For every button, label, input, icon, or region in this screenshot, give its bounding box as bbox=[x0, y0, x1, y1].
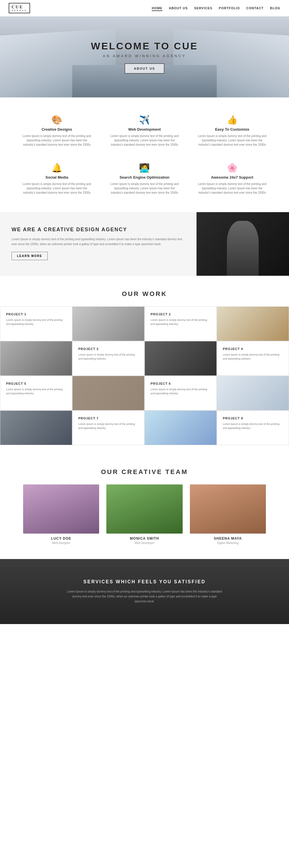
easy-customize-icon: 👍 bbox=[196, 115, 269, 125]
feature-title-social-media: Social Media bbox=[20, 175, 93, 180]
project-8-text: PROJECT 8 Lorem Ipsum is simply dummy te… bbox=[217, 410, 289, 445]
feature-title-creative-designs: Creative Designs bbox=[20, 127, 93, 131]
project-2-text: PROJECT 2 Lorem Ipsum is simply dummy te… bbox=[144, 306, 217, 341]
project-5-text: PROJECT 5 Lorem Ipsum is simply dummy te… bbox=[0, 376, 72, 410]
feature-item-social-media: 🔔 Social Media Lorem Ipsum is simply dum… bbox=[17, 160, 96, 198]
nav-services[interactable]: SERVICES bbox=[194, 6, 213, 10]
member-role-sheena: Digital Marketing bbox=[190, 541, 266, 545]
project-6-desc: Lorem Ipsum is simply dummy text of the … bbox=[151, 388, 211, 395]
feature-item-web-development: ✈️ Web Development Lorem Ipsum is simply… bbox=[105, 112, 184, 150]
project-img-laptop2 bbox=[0, 341, 72, 376]
social-media-icon: 🔔 bbox=[20, 163, 93, 173]
feature-desc-seo: Lorem Ipsum is simply dummy text of the … bbox=[108, 182, 181, 195]
team-member-sheena: SHEENA MAYA Digital Marketing bbox=[190, 485, 266, 545]
project-img-notebook bbox=[217, 306, 289, 341]
creative-heading: WE ARE A CREATIVE DESIGN AGENCY bbox=[11, 227, 185, 233]
team-photo-sheena bbox=[190, 485, 266, 534]
feature-title-web-development: Web Development bbox=[108, 127, 181, 131]
feature-desc-creative-designs: Lorem Ipsum is simply dummy text of the … bbox=[20, 134, 93, 147]
member-role-monica: Web Developer bbox=[106, 541, 182, 545]
feature-item-support: 🌸 Awesome 24x7 Support Lorem Ipsum is si… bbox=[193, 160, 272, 198]
nav-home[interactable]: HOME bbox=[152, 6, 162, 11]
footer-services-title: SERVICES WHICH FEELS YOU SATISFIED bbox=[17, 579, 272, 584]
nav-about[interactable]: ABOUT US bbox=[169, 6, 188, 10]
nav-blog[interactable]: BLOG bbox=[270, 6, 280, 10]
project-3-title: PROJECT 3 bbox=[78, 347, 138, 351]
creative-designs-icon: 🎨 bbox=[20, 115, 93, 125]
hero-content: WELCOME TO CUE AN AWARD WINNING AGENCY A… bbox=[91, 40, 198, 74]
support-icon: 🌸 bbox=[196, 163, 269, 173]
project-1-text: PROJECT 1 Lorem Ipsum is simply dummy te… bbox=[0, 306, 72, 341]
team-member-lucy: LUCY DOE Web Designer bbox=[23, 485, 99, 545]
project-8-title: PROJECT 8 bbox=[223, 416, 283, 420]
our-work-section: OUR WORK PROJECT 1 Lorem Ipsum is simply… bbox=[0, 276, 289, 454]
feature-desc-easy-customize: Lorem Ipsum is simply dummy text of the … bbox=[196, 134, 269, 147]
navigation: CUE AGENCY HOME ABOUT US SERVICES PORTFO… bbox=[0, 0, 289, 17]
logo-text: CUE bbox=[11, 5, 27, 9]
project-7-title: PROJECT 7 bbox=[78, 416, 138, 420]
project-1-desc: Lorem Ipsum is simply dummy text of the … bbox=[6, 318, 66, 326]
project-5-title: PROJECT 5 bbox=[6, 382, 66, 385]
project-1-title: PROJECT 1 bbox=[6, 312, 66, 316]
project-2-title: PROJECT 2 bbox=[151, 312, 211, 316]
member-name-lucy: LUCY DOE bbox=[23, 536, 99, 540]
logo-sub: AGENCY bbox=[11, 9, 27, 12]
project-img-radio bbox=[72, 376, 144, 410]
project-2-desc: Lorem Ipsum is simply dummy text of the … bbox=[151, 318, 211, 326]
project-6-text: PROJECT 6 Lorem Ipsum is simply dummy te… bbox=[144, 376, 217, 410]
feature-item-seo: 🧑‍💻 Search Engine Optimization Lorem Ips… bbox=[105, 160, 184, 198]
our-work-title: OUR WORK bbox=[0, 290, 289, 298]
project-8-desc: Lorem Ipsum is simply dummy text of the … bbox=[223, 422, 283, 430]
team-photo-monica bbox=[106, 485, 182, 534]
creative-desc: Lorem Ipsum is simply dummy text of the … bbox=[11, 237, 185, 247]
member-name-sheena: SHEENA MAYA bbox=[190, 536, 266, 540]
project-7-text: PROJECT 7 Lorem Ipsum is simply dummy te… bbox=[72, 410, 144, 445]
creative-section: WE ARE A CREATIVE DESIGN AGENCY Lorem Ip… bbox=[0, 212, 289, 276]
member-name-monica: MONICA SMITH bbox=[106, 536, 182, 540]
features-grid: 🎨 Creative Designs Lorem Ipsum is simply… bbox=[17, 112, 272, 198]
learn-more-button[interactable]: LEARN MORE bbox=[11, 252, 48, 260]
footer-services-section: SERVICES WHICH FEELS YOU SATISFIED Lorem… bbox=[0, 559, 289, 624]
nav-links: HOME ABOUT US SERVICES PORTFOLIO CONTACT… bbox=[152, 6, 280, 10]
feature-title-seo: Search Engine Optimization bbox=[108, 175, 181, 180]
project-5-desc: Lorem Ipsum is simply dummy text of the … bbox=[6, 388, 66, 395]
hero-subtitle: AN AWARD WINNING AGENCY bbox=[91, 54, 198, 58]
project-7-desc: Lorem Ipsum is simply dummy text of the … bbox=[78, 422, 138, 430]
seo-icon: 🧑‍💻 bbox=[108, 163, 181, 173]
web-development-icon: ✈️ bbox=[108, 115, 181, 125]
footer-services-desc: Lorem Ipsum is simply dummy text of the … bbox=[66, 589, 223, 604]
person-figure bbox=[227, 221, 259, 276]
team-title: OUR CREATIVE TEAM bbox=[23, 468, 266, 476]
creative-text: WE ARE A CREATIVE DESIGN AGENCY Lorem Ip… bbox=[0, 212, 196, 276]
nav-portfolio[interactable]: PORTFOLIO bbox=[219, 6, 240, 10]
nav-contact[interactable]: CONTACT bbox=[246, 6, 263, 10]
hero-section: WELCOME TO CUE AN AWARD WINNING AGENCY A… bbox=[0, 17, 289, 97]
creative-image bbox=[196, 212, 289, 276]
portfolio-grid: PROJECT 1 Lorem Ipsum is simply dummy te… bbox=[0, 306, 289, 445]
hero-about-button[interactable]: ABOUT US bbox=[125, 63, 164, 74]
project-6-title: PROJECT 6 bbox=[151, 382, 211, 385]
team-section: OUR CREATIVE TEAM LUCY DOE Web Designer … bbox=[0, 454, 289, 559]
project-3-text: PROJECT 3 Lorem Ipsum is simply dummy te… bbox=[72, 341, 144, 376]
feature-desc-social-media: Lorem Ipsum is simply dummy text of the … bbox=[20, 182, 93, 195]
features-section: 🎨 Creative Designs Lorem Ipsum is simply… bbox=[0, 97, 289, 212]
feature-item-creative-designs: 🎨 Creative Designs Lorem Ipsum is simply… bbox=[17, 112, 96, 150]
project-img-paint bbox=[144, 410, 217, 445]
project-4-desc: Lorem Ipsum is simply dummy text of the … bbox=[223, 353, 283, 361]
project-4-title: PROJECT 4 bbox=[223, 347, 283, 351]
team-grid: LUCY DOE Web Designer MONICA SMITH Web D… bbox=[23, 485, 266, 545]
team-photo-lucy bbox=[23, 485, 99, 534]
feature-desc-web-development: Lorem Ipsum is simply dummy text of the … bbox=[108, 134, 181, 147]
feature-title-easy-customize: Easy To Customize bbox=[196, 127, 269, 131]
member-role-lucy: Web Designer bbox=[23, 541, 99, 545]
feature-desc-support: Lorem Ipsum is simply dummy text of the … bbox=[196, 182, 269, 195]
project-img-desk bbox=[0, 410, 72, 445]
project-img-laptop bbox=[72, 306, 144, 341]
hero-title: WELCOME TO CUE bbox=[91, 40, 198, 52]
project-img-tech bbox=[144, 341, 217, 376]
logo[interactable]: CUE AGENCY bbox=[9, 3, 30, 13]
project-img-cup bbox=[217, 376, 289, 410]
feature-title-support: Awesome 24x7 Support bbox=[196, 175, 269, 180]
project-4-text: PROJECT 4 Lorem Ipsum is simply dummy te… bbox=[217, 341, 289, 376]
feature-item-easy-customize: 👍 Easy To Customize Lorem Ipsum is simpl… bbox=[193, 112, 272, 150]
